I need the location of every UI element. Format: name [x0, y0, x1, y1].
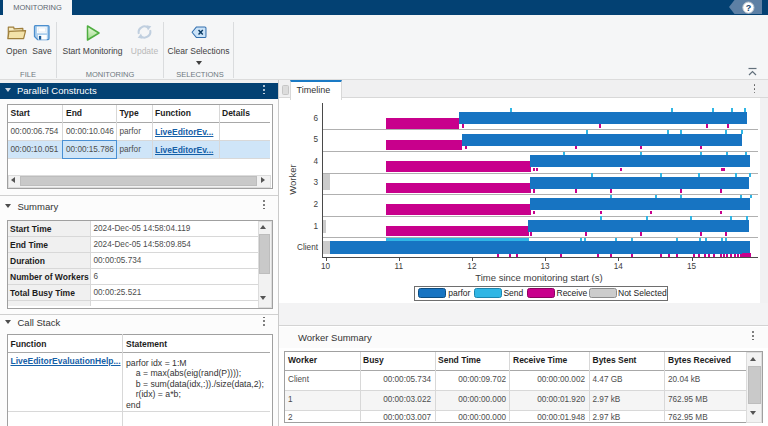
svg-text:?: ?: [746, 3, 752, 13]
